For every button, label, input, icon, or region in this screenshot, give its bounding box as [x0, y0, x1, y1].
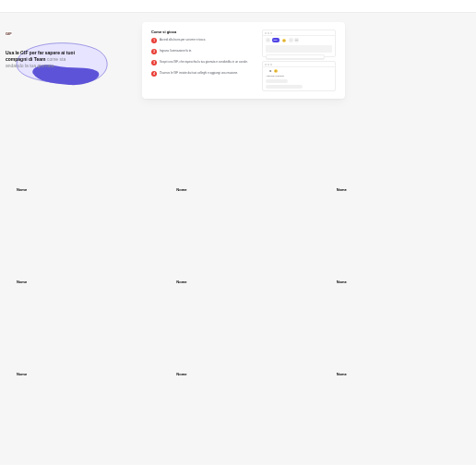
step-badge: 2 — [151, 49, 157, 54]
list-item[interactable]: Nome — [165, 217, 308, 285]
page-root: GIF Usa le GIF per far sapere ai tuoi co… — [0, 0, 476, 476]
item-title: Nome — [337, 280, 347, 284]
thumbnail-placeholder — [326, 217, 469, 272]
item-title: Nome — [337, 372, 347, 376]
item-title: Nome — [17, 187, 27, 192]
segment-control: A GIF 😊 … ⋯ — [266, 38, 332, 42]
mini-message-preview — [266, 79, 288, 83]
list-item[interactable]: Nome — [326, 125, 469, 193]
list-item[interactable]: Nome — [6, 217, 149, 285]
avatar — [326, 370, 333, 377]
card-title: Come si gioca — [151, 30, 253, 34]
list-item[interactable]: Nome — [6, 309, 149, 377]
hero-headline: Usa le GIF per far sapere ai tuoi compag… — [6, 50, 107, 68]
hero-block: GIF Usa le GIF per far sapere ai tuoi co… — [6, 22, 125, 94]
list-item[interactable]: Nome — [165, 125, 308, 193]
hero-row: GIF Usa le GIF per far sapere ai tuoi co… — [6, 22, 470, 99]
item-title: Nome — [17, 280, 27, 284]
mini-input-preview — [266, 45, 332, 53]
card-step: 1 Accedi alla barra per scrivere e tocca — [151, 38, 253, 43]
item-title: Nome — [17, 372, 27, 376]
card-step: 4 Osserva le GIF inviate dai tuoi colleg… — [151, 71, 253, 77]
step-text: Osserva le GIF inviate dai tuoi colleghi… — [160, 71, 238, 77]
mini-floating-bar — [266, 54, 325, 59]
item-title: Nome — [176, 187, 186, 192]
card-previews: A GIF 😊 … ⋯ — [262, 30, 336, 91]
thumbnail-placeholder — [165, 309, 308, 364]
avatar — [6, 185, 13, 193]
hero-line2-bold: compagni di Team — [6, 56, 46, 62]
card-step: 2 Ingrana l'animazione fa te. — [151, 49, 253, 54]
mini-label: Aggiungi reazione — [266, 75, 332, 77]
avatar — [6, 370, 13, 377]
step-badge: 4 — [151, 71, 157, 77]
chip-more[interactable]: … — [289, 38, 293, 42]
hero-illustration-wrap: Usa le GIF per far sapere ai tuoi compag… — [6, 35, 125, 94]
list-item[interactable]: Nome — [326, 217, 469, 285]
thumbnail-placeholder — [165, 217, 308, 272]
chip-emoji[interactable]: 😊 — [280, 38, 287, 42]
avatar — [326, 185, 333, 193]
mini-message-preview — [266, 85, 303, 89]
step-text: Accedi alla barra per scrivere e tocca — [160, 38, 205, 43]
thumbnail-placeholder — [326, 125, 469, 180]
emoji-icon: 😊 — [274, 69, 278, 73]
step-badge: 3 — [151, 60, 157, 65]
item-title: Nome — [337, 187, 347, 192]
thumbnail-placeholder — [326, 309, 469, 364]
card-step: 3 Scopri una GIF, che rispecchia la tua … — [151, 60, 253, 65]
content-area: GIF Usa le GIF per far sapere ai tuoi co… — [0, 13, 476, 465]
item-title: Nome — [176, 280, 186, 284]
avatar — [6, 278, 13, 285]
list-item[interactable]: Nome — [326, 309, 469, 377]
chip-ellipsis-icon[interactable]: ⋯ — [294, 38, 299, 42]
step-text: Ingrana l'animazione fa te. — [160, 49, 192, 54]
cursor-icon: ➤ — [269, 69, 272, 73]
window-preview-gif-composer: A GIF 😊 … ⋯ — [262, 30, 336, 57]
thumbnail-placeholder — [6, 125, 149, 180]
avatar — [165, 278, 173, 285]
results-grid: Nome Nome Nome Nome Nome Nome — [6, 125, 470, 377]
top-bar — [0, 0, 476, 13]
avatar — [165, 185, 173, 193]
chip-attach-icon[interactable]: A — [266, 38, 270, 42]
item-title: Nome — [176, 372, 186, 376]
step-badge: 1 — [151, 38, 157, 43]
card-steps: Come si gioca 1 Accedi alla barra per sc… — [151, 30, 253, 91]
avatar — [165, 370, 173, 377]
chip-gif[interactable]: GIF — [272, 38, 280, 42]
howto-card: Come si gioca 1 Accedi alla barra per sc… — [142, 22, 345, 99]
list-item[interactable]: Nome — [6, 125, 149, 193]
hero-line2-rest: come sta — [46, 56, 66, 62]
thumbnail-placeholder — [6, 309, 149, 364]
step-text: Scopri una GIF, che rispecchia la tua gi… — [160, 60, 248, 65]
window-preview-reaction: ➤ 😊 Aggiungi reazione — [262, 61, 336, 91]
thumbnail-placeholder — [6, 217, 149, 272]
hero-line3: andando la tua giornata. — [6, 63, 55, 68]
list-item[interactable]: Nome — [165, 309, 308, 377]
avatar — [326, 278, 333, 285]
hero-line1: Usa le GIF per far sapere ai tuoi — [6, 50, 75, 55]
thumbnail-placeholder — [165, 125, 308, 180]
